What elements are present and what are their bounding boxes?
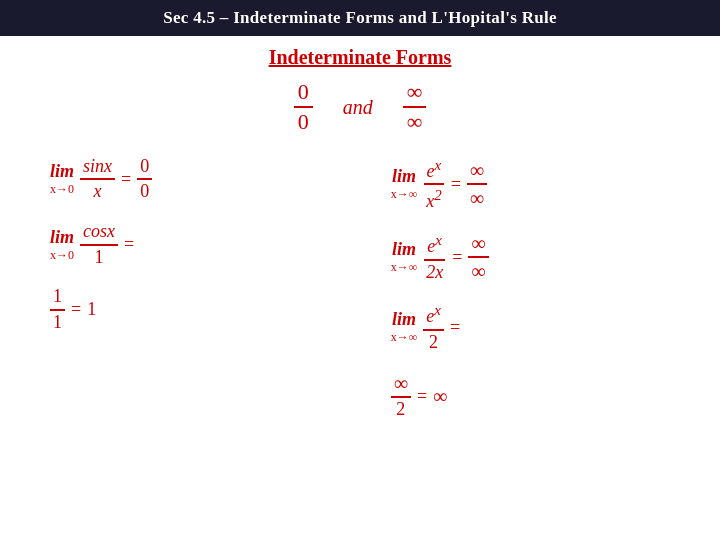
forms-display: 0 0 and ∞ ∞ [30,79,690,136]
limit-expr-5: lim x→∞ ex 2 = [391,301,690,353]
left-example-2: lim x→0 cosx 1 = [50,221,331,268]
lim-label-2: lim [50,227,74,248]
result-one: 1 [87,299,96,320]
ex-over-2x: ex 2x [423,231,446,283]
first-form: 0 0 [294,79,313,136]
examples-container: lim x→0 sinx x = 0 0 [30,156,690,439]
limit-expr-1: lim x→0 sinx x = 0 0 [50,156,331,203]
right-example-1: lim x→∞ ex x2 = ∞ ∞ [391,156,690,213]
left-example-1: lim x→0 sinx x = 0 0 [50,156,331,203]
page-header: Sec 4.5 – Indeterminate Forms and L'Hopi… [0,0,720,36]
ex-num-1: ex [424,156,445,186]
main-content: Indeterminate Forms 0 0 and ∞ ∞ lim x→0 [0,36,720,449]
right-column: lim x→∞ ex x2 = ∞ ∞ [331,156,690,439]
inf-over-inf-1: ∞ ∞ [467,158,487,210]
limit-expr-4: lim x→∞ ex 2x = ∞ ∞ [391,231,690,283]
subtitle: Indeterminate Forms [30,46,690,69]
limit-expr-3: lim x→∞ ex x2 = ∞ ∞ [391,156,690,213]
ex-num-3: ex [423,301,444,331]
cosx-over-1: cosx 1 [80,221,118,268]
eq-7: = [417,386,427,407]
result-inf: ∞ [433,385,447,408]
limit-expr-2: lim x→0 cosx 1 = [50,221,331,268]
right-example-2: lim x→∞ ex 2x = ∞ ∞ [391,231,690,283]
lim-sub-1: x→0 [50,182,74,197]
fraction-inf-2: ∞ 2 [391,371,411,421]
and-text: and [343,96,373,119]
cosx-num: cosx [80,221,118,246]
inf-num-3: ∞ [391,371,411,398]
lim-sinx: lim x→0 [50,161,74,197]
lim-sub-3: x→∞ [391,187,418,202]
zero-num: 0 [137,156,152,181]
first-form-num: 0 [294,79,313,108]
lim-ex-2x: lim x→∞ [391,239,418,275]
ex-den-1: x2 [423,185,445,213]
lim-ex-x2: lim x→∞ [391,166,418,202]
second-form: ∞ ∞ [403,79,427,136]
inf-over-2: ∞ 2 = ∞ [391,371,690,421]
right-result: ∞ 2 = ∞ [391,371,690,421]
eq-6: = [450,317,460,338]
eq-4: = [451,174,461,195]
one-over-one: 1 1 = 1 [50,286,331,333]
first-form-den: 0 [294,108,313,135]
one-num: 1 [50,286,65,311]
ex-num-2: ex [424,231,445,261]
inf-num-1: ∞ [467,158,487,185]
lim-ex-2: lim x→∞ [391,309,418,345]
lim-cosx: lim x→0 [50,227,74,263]
zero-over-zero: 0 0 [137,156,152,203]
fraction-1-1: 1 1 [50,286,65,333]
sinx-den: x [91,180,105,203]
inf-den-2: ∞ [468,258,488,283]
eq-3: = [71,299,81,320]
lim-sub-4: x→∞ [391,260,418,275]
right-example-3: lim x→∞ ex 2 = [391,301,690,353]
header-title: Sec 4.5 – Indeterminate Forms and L'Hopi… [163,8,557,27]
eq-2: = [124,234,134,255]
zero-den: 0 [137,180,152,203]
ex-den-2: 2x [423,261,446,284]
sinx-num: sinx [80,156,115,181]
eq-5: = [452,247,462,268]
lim-label-4: lim [392,239,416,260]
one-den: 1 [50,311,65,334]
ex-den-3: 2 [426,331,441,354]
lim-sub-2: x→0 [50,248,74,263]
lim-label-1: lim [50,161,74,182]
lim-label-3: lim [392,166,416,187]
inf-den-1: ∞ [467,185,487,210]
second-form-den: ∞ [403,108,427,135]
left-result: 1 1 = 1 [50,286,331,333]
inf-num-2: ∞ [468,231,488,258]
two-den: 2 [393,398,408,421]
ex-over-x2: ex x2 [423,156,445,213]
left-column: lim x→0 sinx x = 0 0 [30,156,331,439]
second-form-num: ∞ [403,79,427,108]
lim-sub-5: x→∞ [391,330,418,345]
sinx-over-x: sinx x [80,156,115,203]
cosx-den: 1 [92,246,107,269]
ex-over-2: ex 2 [423,301,444,353]
eq-1: = [121,169,131,190]
lim-label-5: lim [392,309,416,330]
inf-over-inf-2: ∞ ∞ [468,231,488,283]
